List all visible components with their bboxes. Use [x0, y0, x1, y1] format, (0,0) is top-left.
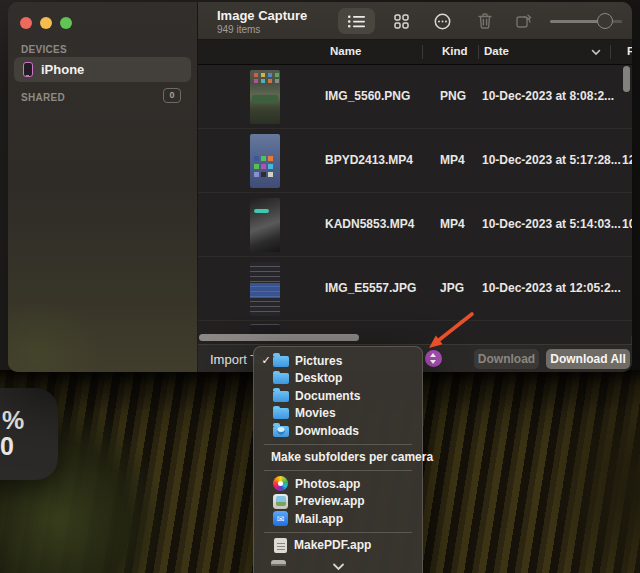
thumbnail-size-slider-thumb[interactable] [597, 13, 613, 29]
menu-separator [264, 532, 412, 533]
file-list: IMG_5560.PNG PNG 10-Dec-2023 at 8:08:2..… [198, 65, 632, 336]
sort-chevron-down-icon [591, 49, 601, 56]
file-name: IMG_E5557.JPG [325, 281, 416, 295]
file-date: 10-Dec-2023 at 8:08:2... [482, 89, 622, 103]
menu-item-label: Mail.app [295, 512, 343, 526]
menu-item-desktop[interactable]: Desktop [254, 370, 422, 388]
grid-view-icon [394, 14, 409, 29]
file-thumbnail [250, 134, 280, 188]
column-header-kind[interactable]: Kind [442, 45, 468, 57]
delete-button[interactable] [466, 8, 503, 34]
iphone-icon [23, 62, 33, 77]
list-view-button[interactable] [338, 8, 375, 34]
column-divider[interactable] [610, 45, 611, 59]
menu-item-pictures[interactable]: ✓ Pictures [254, 352, 422, 370]
file-thumbnail [250, 198, 280, 252]
makepdf-app-icon [274, 538, 287, 553]
file-thumbnail [250, 262, 280, 316]
widget-text-line1: % [2, 406, 24, 435]
downloads-folder-icon [273, 426, 289, 437]
menu-separator [264, 470, 412, 471]
menu-scroll-indicator[interactable] [254, 557, 422, 573]
menu-item-mail-app[interactable]: ✉ Mail.app [254, 510, 422, 528]
column-header-date[interactable]: Date [484, 45, 509, 57]
table-row[interactable]: KADN5853.MP4 MP4 10-Dec-2023 at 5:14:03.… [198, 193, 632, 257]
photos-app-icon [273, 476, 288, 491]
menu-item-label: Desktop [295, 371, 342, 385]
menu-item-makepdf-app[interactable]: MakePDF.app [254, 537, 422, 555]
menu-separator [264, 444, 412, 445]
folder-icon [273, 356, 289, 367]
rotate-button[interactable] [506, 8, 543, 34]
file-size-partial: 10 [622, 217, 632, 231]
zoom-button[interactable] [60, 17, 72, 29]
menu-item-label: Photos.app [295, 477, 360, 491]
chevron-down-icon [430, 360, 436, 364]
menu-item-documents[interactable]: Documents [254, 387, 422, 405]
grid-view-button[interactable] [383, 8, 420, 34]
checkmark-icon: ✓ [259, 354, 273, 367]
rotate-icon [516, 13, 533, 29]
menu-item-label: Preview.app [295, 494, 365, 508]
shared-count-badge: 0 [163, 88, 181, 103]
close-button[interactable] [20, 17, 32, 29]
sidebar: DEVICES iPhone SHARED 0 [8, 2, 198, 372]
image-capture-window: DEVICES iPhone SHARED 0 Image Capture 94… [8, 2, 632, 372]
table-row[interactable]: BPYD2413.MP4 MP4 10-Dec-2023 at 5:17:28.… [198, 129, 632, 193]
table-header: Name Kind Date F [198, 40, 632, 65]
widget-text-line2: 0 [0, 432, 14, 461]
file-name: IMG_5560.PNG [325, 89, 410, 103]
titlebar: Image Capture 949 items [198, 2, 632, 40]
mail-app-icon: ✉ [273, 511, 288, 526]
menu-item-label: Make subfolders per camera [271, 450, 433, 464]
column-header-partial: F [627, 45, 632, 57]
file-kind: MP4 [440, 217, 465, 231]
file-kind: PNG [440, 89, 466, 103]
menu-item-label: Documents [295, 389, 360, 403]
device-label: iPhone [41, 62, 84, 77]
import-destination-menu: ✓ Pictures Desktop Documents Movies Down… [253, 346, 423, 573]
file-date: 10-Dec-2023 at 5:17:28... [482, 153, 622, 167]
column-divider[interactable] [478, 45, 479, 59]
menu-item-downloads[interactable]: Downloads [254, 422, 422, 440]
file-date: 10-Dec-2023 at 12:05:2... [482, 281, 622, 295]
download-all-button[interactable]: Download All [546, 349, 630, 369]
column-divider[interactable] [422, 45, 423, 59]
annotation-arrow [410, 300, 490, 360]
vertical-scrollbar[interactable] [623, 66, 630, 92]
menu-item-photos-app[interactable]: Photos.app [254, 475, 422, 493]
more-options-icon [434, 13, 451, 30]
folder-icon [273, 373, 289, 384]
folder-icon [273, 408, 289, 419]
column-header-name[interactable]: Name [330, 45, 361, 57]
item-count: 949 items [217, 24, 260, 35]
chevron-down-icon [332, 563, 345, 571]
file-name: KADN5853.MP4 [325, 217, 414, 231]
menu-item-make-subfolders[interactable]: Make subfolders per camera [254, 449, 422, 467]
devices-header: DEVICES [21, 44, 67, 55]
minimize-button[interactable] [40, 17, 52, 29]
file-kind: MP4 [440, 153, 465, 167]
list-view-icon [348, 15, 365, 28]
more-options-button[interactable] [424, 8, 461, 34]
menu-item-preview-app[interactable]: Preview.app [254, 493, 422, 511]
background-widget-partial: % 0 [0, 388, 58, 480]
trash-icon [478, 13, 492, 29]
preview-app-icon [273, 494, 288, 509]
table-row[interactable]: IMG_5560.PNG PNG 10-Dec-2023 at 8:08:2..… [198, 65, 632, 129]
horizontal-scrollbar[interactable] [199, 334, 359, 341]
window-title: Image Capture [217, 8, 307, 23]
menu-item-label: Pictures [295, 354, 342, 368]
file-date: 10-Dec-2023 at 5:14:03... [482, 217, 622, 231]
menu-item-label: Movies [295, 406, 336, 420]
menu-item-label: Downloads [295, 424, 359, 438]
file-name: BPYD2413.MP4 [325, 153, 413, 167]
file-kind: JPG [440, 281, 464, 295]
menu-item-movies[interactable]: Movies [254, 405, 422, 423]
file-thumbnail [250, 70, 280, 124]
menu-item-label: MakePDF.app [294, 538, 371, 552]
sidebar-item-iphone[interactable]: iPhone [14, 57, 191, 82]
file-size-partial: 12 [622, 153, 632, 167]
folder-icon [273, 391, 289, 402]
shared-header: SHARED [21, 92, 65, 103]
